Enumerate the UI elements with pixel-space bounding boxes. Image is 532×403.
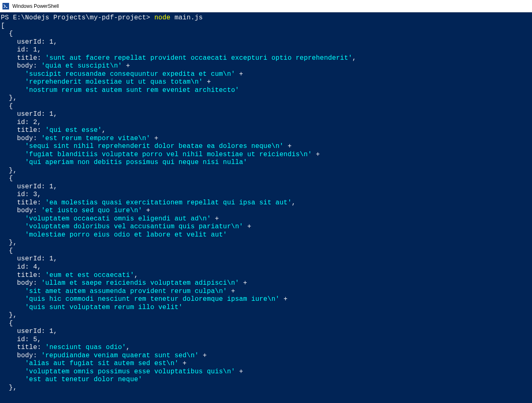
val-id: 3: [33, 191, 37, 198]
concat-plus: +: [199, 352, 207, 359]
val-id: 1: [33, 46, 37, 54]
val-body-part: 'voluptatem occaecati omnis eligendi aut…: [25, 215, 211, 223]
val-title: 'nesciunt quas odio': [45, 344, 126, 351]
object-close: },: [1, 239, 17, 246]
terminal-output[interactable]: PS E:\Nodejs Projects\my-pdf-project> no…: [0, 12, 532, 394]
concat-plus: +: [178, 360, 187, 367]
array-open: [: [1, 22, 5, 30]
val-body-part: 'sit amet autem assumenda provident reru…: [25, 288, 227, 295]
key-title: title:: [1, 54, 45, 62]
object-close: },: [1, 94, 17, 102]
key-title: title:: [1, 344, 45, 351]
val-title: 'sunt aut facere repellat provident occa…: [45, 54, 352, 62]
val-userId: 1: [49, 255, 54, 262]
key-body: body:: [1, 352, 41, 359]
concat-plus: +: [150, 135, 159, 142]
val-userId: 1: [49, 328, 54, 335]
key-id: id:: [1, 119, 33, 126]
val-body-part: 'fugiat blanditiis voluptate porro vel n…: [25, 151, 312, 158]
key-id: id:: [1, 336, 33, 343]
val-body-part: 'qui aperiam non debitis possimus qui ne…: [25, 159, 247, 166]
concat-plus: +: [312, 151, 320, 158]
key-userId: userId:: [1, 328, 49, 335]
key-id: id:: [1, 46, 33, 54]
prompt-path: PS E:\Nodejs Projects\my-pdf-project>: [1, 14, 154, 21]
object-close: },: [1, 167, 17, 174]
val-body-part: 'est aut tenetur dolor neque': [25, 376, 142, 383]
val-title: 'ea molestias quasi exercitationem repel…: [45, 199, 292, 206]
object-open: {: [1, 247, 13, 255]
val-id: 2: [33, 119, 37, 126]
val-title: 'eum et est occaecati': [45, 272, 134, 279]
object-open: {: [1, 320, 13, 327]
val-body-part: 'nostrum rerum est autem sunt rem evenie…: [25, 87, 239, 94]
val-body-part: 'quia et suscipit\n': [41, 62, 122, 70]
concat-plus: +: [211, 215, 219, 223]
object-open: {: [1, 103, 13, 110]
val-body-part: 'repudiandae veniam quaerat sunt sed\n': [41, 352, 199, 359]
key-body: body:: [1, 62, 41, 70]
key-title: title:: [1, 272, 45, 279]
concat-plus: +: [227, 288, 235, 295]
concat-plus: +: [142, 207, 150, 214]
key-id: id:: [1, 191, 33, 198]
val-body-part: 'alias aut fugiat sit autem sed est\n': [25, 360, 178, 367]
val-title: 'qui est esse': [45, 127, 102, 134]
val-userId: 1: [49, 38, 54, 46]
val-userId: 1: [49, 183, 54, 190]
key-id: id:: [1, 263, 33, 271]
val-body-part: 'molestiae porro eius odio et labore et …: [25, 231, 227, 239]
concat-plus: +: [235, 368, 244, 375]
key-body: body:: [1, 135, 41, 142]
key-userId: userId:: [1, 255, 49, 262]
concat-plus: +: [122, 62, 130, 70]
val-id: 5: [33, 336, 37, 343]
concat-plus: +: [284, 143, 292, 150]
concat-plus: +: [203, 78, 211, 86]
val-body-part: 'quis hic commodi nesciunt rem tenetur d…: [25, 295, 280, 303]
object-close: },: [1, 312, 17, 319]
val-body-part: 'quis sunt voluptatem rerum illo velit': [25, 304, 183, 311]
titlebar-text: Windows PowerShell: [12, 3, 59, 9]
val-id: 4: [33, 263, 37, 271]
val-body-part: 'sequi sint nihil reprehenderit dolor be…: [25, 143, 284, 150]
key-userId: userId:: [1, 183, 49, 190]
concat-plus: +: [235, 70, 244, 78]
val-body-part: 'est rerum tempore vitae\n': [41, 135, 150, 142]
val-body-part: 'voluptatem omnis possimus esse voluptat…: [25, 368, 235, 375]
val-body-part: 'ullam et saepe reiciendis voluptatem ad…: [41, 279, 239, 287]
key-userId: userId:: [1, 110, 49, 118]
key-title: title:: [1, 127, 45, 134]
key-body: body:: [1, 279, 41, 287]
key-userId: userId:: [1, 38, 49, 46]
val-userId: 1: [49, 110, 54, 118]
object-open: {: [1, 175, 13, 182]
val-body-part: 'et iusto sed quo iure\n': [41, 207, 142, 214]
powershell-icon: [2, 3, 9, 9]
command-node: node: [154, 14, 170, 21]
titlebar: Windows PowerShell: [0, 0, 532, 12]
key-body: body:: [1, 207, 41, 214]
object-open: {: [1, 30, 13, 37]
concat-plus: +: [243, 223, 251, 230]
val-body-part: 'voluptatem doloribus vel accusantium qu…: [25, 223, 243, 230]
object-close: },: [1, 384, 17, 391]
concat-plus: +: [239, 279, 247, 287]
command-arg: main.js: [171, 14, 203, 21]
val-body-part: 'suscipit recusandae consequuntur expedi…: [25, 70, 235, 78]
key-title: title:: [1, 199, 45, 206]
concat-plus: +: [279, 295, 288, 303]
val-body-part: 'reprehenderit molestiae ut ut quas tota…: [25, 78, 203, 86]
